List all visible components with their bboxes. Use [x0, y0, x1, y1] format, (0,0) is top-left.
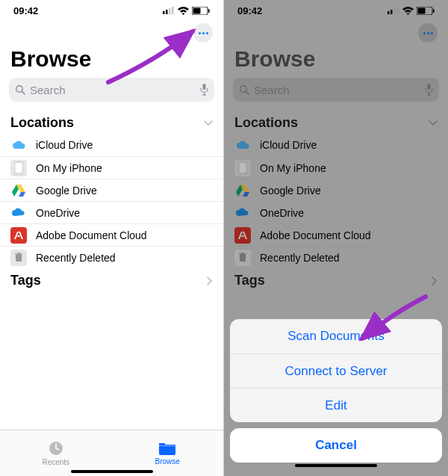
svg-rect-21: [16, 255, 22, 262]
location-label: OneDrive: [36, 207, 213, 219]
tab-browse[interactable]: Browse: [112, 430, 224, 476]
location-label: Google Drive: [36, 185, 213, 197]
tags-label: Tags: [10, 273, 41, 288]
clock-icon: [48, 440, 64, 457]
svg-rect-10: [203, 84, 206, 90]
svg-rect-27: [391, 10, 393, 14]
cellular-icon: [163, 7, 175, 14]
status-time: 09:42: [13, 5, 38, 16]
svg-rect-23: [17, 253, 20, 254]
tab-label: Recents: [42, 458, 69, 466]
location-row-google-drive[interactable]: Google Drive: [0, 179, 223, 201]
svg-rect-25: [159, 445, 175, 446]
location-row-recently-deleted[interactable]: Recently Deleted: [0, 246, 223, 268]
svg-rect-7: [208, 9, 210, 13]
svg-line-35: [246, 91, 249, 94]
location-row-on-my-iphone[interactable]: On My iPhone: [224, 156, 448, 179]
location-row-icloud[interactable]: iCloud Drive: [0, 134, 223, 156]
locations-list: iCloud Drive On My iPhone Google Drive O…: [0, 134, 223, 268]
location-label: On My iPhone: [36, 162, 213, 174]
location-row-onedrive[interactable]: OneDrive: [0, 201, 223, 223]
ellipsis-icon: [423, 32, 433, 34]
search-placeholder: Search: [254, 84, 425, 96]
google-drive-icon: [10, 182, 27, 199]
location-row-onedrive[interactable]: OneDrive: [224, 201, 448, 223]
svg-rect-40: [240, 163, 246, 173]
search-icon: [15, 84, 25, 95]
page-title: Browse: [224, 45, 448, 78]
action-connect-to-server[interactable]: Connect to Server: [230, 353, 442, 388]
iphone-icon: [234, 160, 251, 176]
svg-rect-2: [169, 8, 171, 14]
location-label: iCloud Drive: [260, 139, 438, 151]
chevron-down-icon: [204, 120, 213, 126]
cloud-icon: [10, 137, 27, 153]
more-button[interactable]: [193, 23, 213, 43]
svg-rect-36: [428, 84, 431, 90]
tags-header[interactable]: Tags: [224, 268, 448, 291]
location-label: iCloud Drive: [36, 139, 213, 151]
location-label: Adobe Document Cloud: [260, 229, 438, 241]
location-label: Google Drive: [260, 185, 438, 197]
home-indicator[interactable]: [295, 464, 377, 467]
microphone-icon[interactable]: [425, 84, 433, 96]
chevron-right-icon: [207, 276, 213, 285]
google-drive-icon: [234, 182, 251, 199]
status-bar: 09:42: [224, 0, 448, 21]
svg-rect-49: [241, 253, 244, 254]
action-edit[interactable]: Edit: [230, 388, 442, 422]
svg-line-9: [22, 91, 25, 94]
search-placeholder: Search: [30, 84, 200, 96]
trash-icon: [10, 250, 27, 266]
location-row-adobe[interactable]: Adobe Document Cloud: [224, 223, 448, 246]
cellular-icon: [388, 7, 399, 14]
trash-icon: [234, 250, 251, 266]
location-row-adobe[interactable]: Adobe Document Cloud: [0, 223, 223, 246]
svg-point-30: [407, 13, 409, 15]
svg-marker-43: [243, 192, 249, 197]
tags-header[interactable]: Tags: [0, 268, 223, 291]
svg-point-4: [182, 13, 184, 15]
search-icon: [239, 84, 249, 95]
svg-point-15: [18, 173, 19, 174]
svg-rect-1: [166, 10, 168, 14]
phone-screen-right: 09:42 Browse Search Locations: [224, 0, 448, 476]
search-input[interactable]: Search: [233, 78, 439, 102]
locations-header[interactable]: Locations: [224, 111, 448, 134]
location-label: Recently Deleted: [260, 252, 438, 264]
svg-rect-47: [240, 255, 246, 262]
status-bar: 09:42: [0, 0, 223, 21]
location-label: Recently Deleted: [36, 252, 213, 264]
tags-label: Tags: [234, 273, 265, 288]
location-row-icloud[interactable]: iCloud Drive: [224, 134, 448, 156]
location-label: Adobe Document Cloud: [36, 229, 213, 241]
more-button[interactable]: [418, 23, 438, 43]
action-scan-documents[interactable]: Scan Documents: [230, 319, 442, 353]
location-label: OneDrive: [260, 207, 438, 219]
nav-bar: [0, 21, 223, 45]
microphone-icon[interactable]: [200, 84, 208, 96]
svg-rect-32: [418, 7, 426, 13]
nav-bar: [224, 21, 448, 45]
action-label: Edit: [325, 398, 346, 413]
tab-recents[interactable]: Recents: [0, 430, 112, 476]
iphone-icon: [10, 160, 27, 176]
location-row-on-my-iphone[interactable]: On My iPhone: [0, 156, 223, 179]
svg-rect-3: [172, 7, 174, 14]
tab-bar: Recents Browse: [0, 430, 223, 476]
home-indicator[interactable]: [71, 470, 153, 473]
svg-rect-33: [433, 9, 435, 13]
locations-header[interactable]: Locations: [0, 111, 223, 134]
action-cancel[interactable]: Cancel: [230, 428, 442, 463]
location-row-google-drive[interactable]: Google Drive: [224, 179, 448, 201]
locations-list: iCloud Drive On My iPhone Google Drive O…: [224, 134, 448, 268]
battery-icon: [417, 7, 435, 15]
action-label: Cancel: [315, 438, 357, 453]
adobe-icon: [234, 227, 251, 244]
svg-rect-26: [388, 11, 390, 14]
action-label: Scan Documents: [287, 329, 384, 344]
svg-rect-29: [396, 7, 399, 14]
search-input[interactable]: Search: [9, 78, 214, 102]
location-row-recently-deleted[interactable]: Recently Deleted: [224, 246, 448, 268]
ellipsis-icon: [199, 32, 208, 34]
